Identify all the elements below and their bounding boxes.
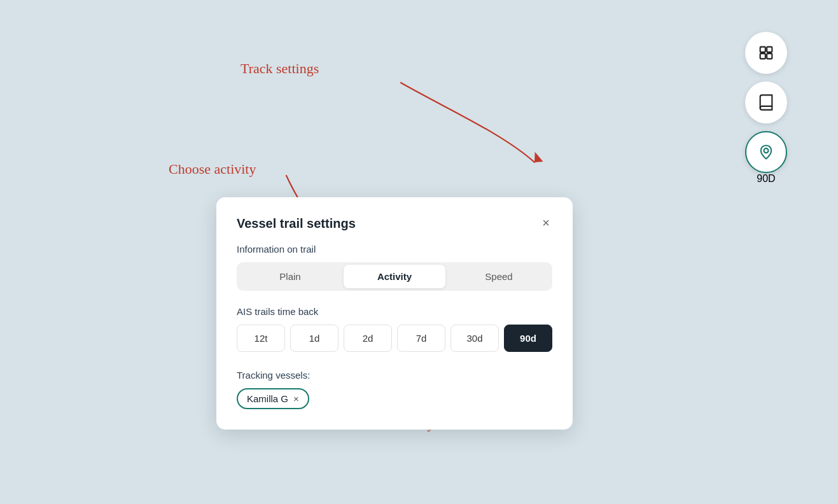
choose-activity-annotation: Choose activity xyxy=(169,161,256,178)
time-btn-12t[interactable]: 12t xyxy=(237,325,285,352)
time-btn-2d[interactable]: 2d xyxy=(344,325,392,352)
book-icon xyxy=(757,94,775,111)
vessel-name: Kamilla G xyxy=(247,393,288,404)
tab-speed[interactable]: Speed xyxy=(448,265,550,288)
svg-rect-4 xyxy=(767,47,772,52)
modal-title: Vessel trail settings xyxy=(237,216,356,231)
time-options: 12t 1d 2d 7d 30d 90d xyxy=(237,325,552,352)
tab-plain[interactable]: Plain xyxy=(239,265,341,288)
time-btn-90d[interactable]: 90d xyxy=(504,325,552,352)
tab-activity[interactable]: Activity xyxy=(344,265,445,288)
time-btn-1d[interactable]: 1d xyxy=(290,325,339,352)
icon-button-group: 90D xyxy=(745,32,787,185)
track-icon xyxy=(757,143,775,161)
svg-point-7 xyxy=(764,148,769,153)
time-btn-30d[interactable]: 30d xyxy=(450,325,499,352)
tracking-vessels-label: Tracking vessels: xyxy=(237,370,552,381)
layers-btn-wrapper xyxy=(745,32,787,74)
svg-rect-6 xyxy=(767,53,772,59)
trail-info-label: Information on trail xyxy=(237,244,552,255)
book-btn-wrapper xyxy=(745,81,787,123)
track-badge: 90D xyxy=(757,173,775,185)
layers-icon xyxy=(757,44,775,62)
close-button[interactable]: × xyxy=(540,216,552,229)
trail-info-tabs: Plain Activity Speed xyxy=(237,262,552,291)
time-btn-7d[interactable]: 7d xyxy=(397,325,445,352)
track-settings-annotation: Track settings xyxy=(241,60,319,77)
time-label: AIS trails time back xyxy=(237,306,552,317)
svg-marker-0 xyxy=(529,152,543,166)
svg-rect-5 xyxy=(760,53,765,59)
vessel-tag: Kamilla G × xyxy=(237,388,309,409)
track-settings-button[interactable] xyxy=(745,131,787,173)
track-btn-wrapper: 90D xyxy=(745,131,787,185)
svg-rect-3 xyxy=(760,47,765,52)
vessel-tag-close-button[interactable]: × xyxy=(293,394,299,403)
vessel-trail-modal: Vessel trail settings × Information on t… xyxy=(216,197,573,430)
book-button[interactable] xyxy=(745,81,787,123)
modal-header: Vessel trail settings × xyxy=(237,216,552,231)
layers-button[interactable] xyxy=(745,32,787,74)
